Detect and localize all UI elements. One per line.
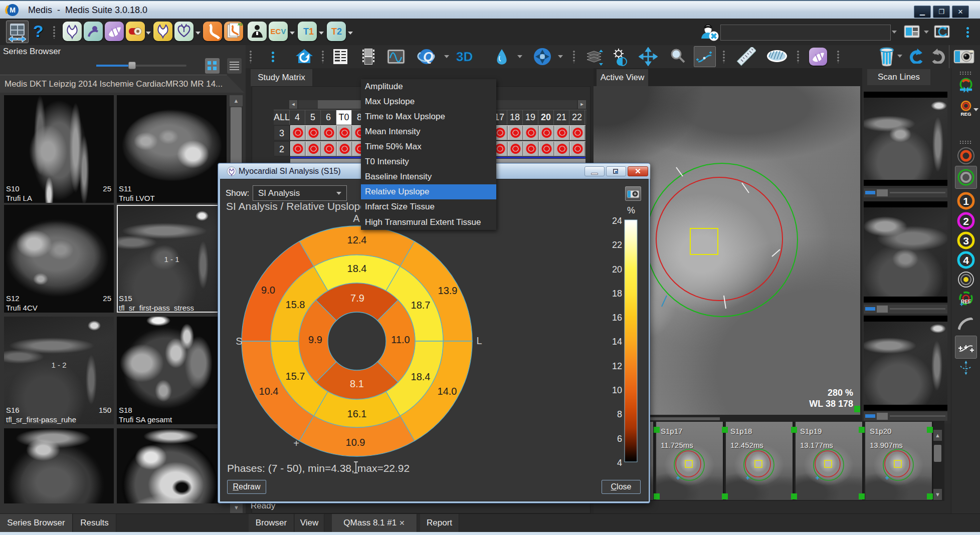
svg-text:18: 18 bbox=[612, 289, 622, 299]
svg-text:280 %: 280 % bbox=[828, 388, 853, 398]
svg-text:13.9: 13.9 bbox=[438, 285, 458, 296]
svg-text:Q: Q bbox=[423, 49, 433, 64]
svg-text:1: 1 bbox=[963, 195, 969, 207]
svg-text:3D: 3D bbox=[456, 49, 473, 64]
svg-text:3: 3 bbox=[963, 235, 969, 246]
svg-text:M: M bbox=[10, 6, 16, 14]
svg-text:A: A bbox=[353, 213, 360, 224]
svg-text:L: L bbox=[476, 335, 482, 346]
svg-text:14.0: 14.0 bbox=[438, 386, 457, 397]
svg-text:9.0: 9.0 bbox=[261, 285, 275, 296]
svg-text:18.4: 18.4 bbox=[347, 263, 367, 274]
svg-text:15.7: 15.7 bbox=[286, 371, 305, 382]
svg-text:%: % bbox=[627, 205, 635, 215]
svg-text:T: T bbox=[331, 27, 337, 37]
svg-text:ECV: ECV bbox=[271, 27, 286, 36]
svg-text:24: 24 bbox=[612, 216, 622, 226]
svg-text:WL 38 178: WL 38 178 bbox=[809, 399, 853, 409]
svg-text:REG: REG bbox=[960, 111, 971, 117]
svg-text:8: 8 bbox=[617, 409, 622, 419]
svg-text:20: 20 bbox=[612, 264, 622, 275]
svg-text:+: + bbox=[293, 438, 299, 449]
svg-text:11.0: 11.0 bbox=[391, 334, 410, 345]
svg-text:AS: AS bbox=[238, 23, 243, 26]
svg-text:18.4: 18.4 bbox=[411, 371, 431, 382]
svg-text:4: 4 bbox=[963, 254, 969, 266]
svg-text:10.9: 10.9 bbox=[346, 437, 365, 448]
svg-text:10.4: 10.4 bbox=[259, 386, 279, 397]
svg-text:REF: REF bbox=[961, 299, 971, 305]
svg-text:T: T bbox=[303, 27, 309, 37]
svg-text:2: 2 bbox=[337, 27, 342, 37]
svg-text:6: 6 bbox=[617, 434, 622, 444]
svg-text:8.1: 8.1 bbox=[350, 378, 364, 389]
svg-text:7.9: 7.9 bbox=[350, 293, 364, 304]
svg-text:S: S bbox=[236, 336, 242, 347]
svg-text:16.1: 16.1 bbox=[347, 408, 367, 419]
svg-text:15.8: 15.8 bbox=[286, 299, 305, 310]
svg-text:22: 22 bbox=[612, 240, 622, 250]
svg-text:10: 10 bbox=[612, 385, 622, 395]
svg-text:12: 12 bbox=[612, 361, 622, 371]
svg-text:14: 14 bbox=[612, 337, 622, 347]
svg-text:1: 1 bbox=[309, 27, 314, 37]
svg-text:4: 4 bbox=[617, 458, 622, 468]
svg-text:16: 16 bbox=[612, 313, 622, 323]
svg-text:9.9: 9.9 bbox=[308, 334, 322, 345]
svg-text:18.7: 18.7 bbox=[411, 300, 431, 311]
svg-text:12.4: 12.4 bbox=[347, 234, 367, 245]
svg-text:2: 2 bbox=[963, 215, 969, 227]
